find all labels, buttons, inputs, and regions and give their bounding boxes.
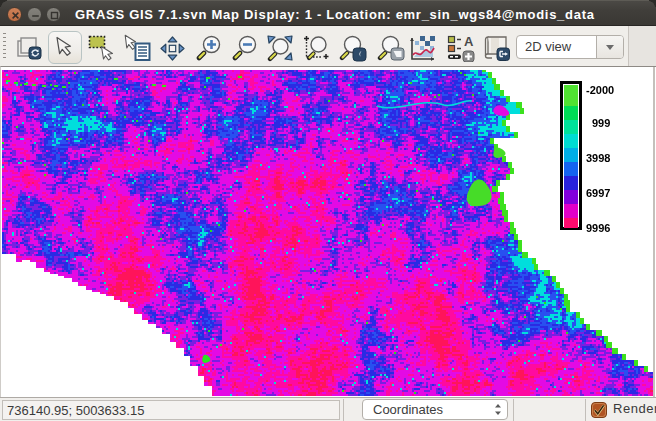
- svg-text:A: A: [464, 35, 474, 49]
- svg-text:6997: 6997: [586, 187, 610, 199]
- svg-text:3998: 3998: [586, 152, 610, 164]
- svg-text:999: 999: [592, 117, 610, 129]
- svg-text:-2000: -2000: [586, 84, 614, 96]
- svg-text:9996: 9996: [586, 222, 610, 234]
